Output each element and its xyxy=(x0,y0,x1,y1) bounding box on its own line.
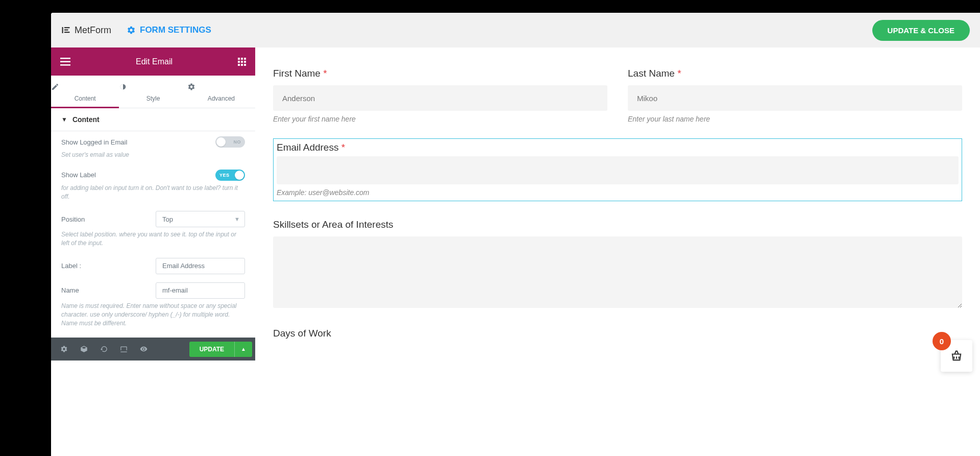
panel-section: ▼ Content xyxy=(51,108,255,131)
advanced-gear-icon xyxy=(187,83,255,91)
svg-rect-14 xyxy=(241,64,243,66)
sidebar-header: Edit Email xyxy=(51,47,255,76)
days-field[interactable]: Days of Work xyxy=(273,328,962,339)
tab-content[interactable]: Content xyxy=(51,76,119,108)
control-label: Position xyxy=(61,215,85,223)
svg-rect-12 xyxy=(244,61,246,63)
field-label: Days of Work xyxy=(273,328,962,339)
svg-rect-1 xyxy=(64,27,70,28)
svg-rect-10 xyxy=(238,61,240,63)
caret-down-icon: ▼ xyxy=(61,116,67,123)
last-name-input[interactable] xyxy=(628,85,962,111)
update-caret-button[interactable]: ▲ xyxy=(234,342,252,357)
section-header-label: Content xyxy=(72,115,100,124)
email-input[interactable] xyxy=(277,156,959,184)
update-button-group: UPDATE ▲ xyxy=(189,342,252,357)
brand-text: MetForm xyxy=(75,25,111,36)
control-name-field: Name xyxy=(61,277,245,302)
select-wrap: Top ▼ xyxy=(156,211,245,227)
email-field-selected[interactable]: Email Address * Example: user@website.co… xyxy=(273,138,962,201)
svg-rect-2 xyxy=(64,30,68,31)
svg-rect-0 xyxy=(62,27,63,33)
control-label: Name xyxy=(61,286,79,294)
form-settings-label: FORM SETTINGS xyxy=(140,25,211,35)
navigator-icon[interactable] xyxy=(74,345,94,353)
brand: MetForm xyxy=(61,25,111,36)
svg-rect-7 xyxy=(238,58,240,60)
history-icon[interactable] xyxy=(94,345,114,353)
control-label-field: Label : xyxy=(61,253,245,277)
toggle-text: NO xyxy=(234,139,241,145)
canvas-row-names: First Name * Enter your first name here … xyxy=(273,68,962,123)
toggle-show-label[interactable]: YES xyxy=(215,170,245,181)
metform-logo-icon xyxy=(61,26,70,35)
field-help: Example: user@website.com xyxy=(277,188,959,197)
field-label: Email Address * xyxy=(277,142,959,153)
first-name-field[interactable]: First Name * Enter your first name here xyxy=(273,68,607,123)
skillsets-textarea[interactable] xyxy=(273,236,962,308)
toggle-show-logged-email[interactable]: NO xyxy=(215,136,245,148)
settings-icon[interactable] xyxy=(54,345,74,353)
sidebar: Edit Email Content Style xyxy=(51,47,255,456)
field-label: Skillsets or Area of Interests xyxy=(273,219,962,230)
last-name-field[interactable]: Last Name * Enter your last name here xyxy=(628,68,962,123)
svg-rect-4 xyxy=(60,58,70,59)
topbar: MetForm FORM SETTINGS UPDATE & CLOSE xyxy=(51,13,980,47)
svg-rect-5 xyxy=(60,61,70,62)
tab-advanced-label: Advanced xyxy=(208,95,235,102)
toggle-text: YES xyxy=(219,173,230,178)
svg-rect-15 xyxy=(244,64,246,66)
svg-rect-13 xyxy=(238,64,240,66)
tab-advanced[interactable]: Advanced xyxy=(187,76,255,108)
cart-badge: 0 xyxy=(933,332,951,350)
section-header-content[interactable]: ▼ Content xyxy=(51,108,255,131)
field-label: Last Name * xyxy=(628,68,962,79)
update-button[interactable]: UPDATE xyxy=(189,342,234,357)
control-label: Show Logged in Email xyxy=(61,138,127,146)
field-help: Enter your last name here xyxy=(628,115,962,123)
control-show-logged-email: Show Logged in Email NO xyxy=(61,131,245,151)
field-help: Enter your first name here xyxy=(273,115,607,123)
tab-style-label: Style xyxy=(146,95,160,102)
control-help: Select label position. where you want to… xyxy=(61,230,245,253)
skillsets-field[interactable]: Skillsets or Area of Interests xyxy=(273,219,962,310)
widgets-grid-icon[interactable] xyxy=(238,58,246,66)
input-name[interactable] xyxy=(156,282,245,299)
toggle-knob xyxy=(235,171,244,180)
required-asterisk: * xyxy=(323,68,327,79)
bottom-bar: UPDATE ▲ xyxy=(51,338,255,361)
preview-icon[interactable] xyxy=(134,345,154,353)
sidebar-tabs: Content Style Advanced xyxy=(51,76,255,108)
svg-rect-11 xyxy=(241,61,243,63)
select-position[interactable]: Top xyxy=(156,211,245,227)
toggle-knob xyxy=(216,137,226,147)
tab-content-label: Content xyxy=(75,95,96,102)
form-settings-link[interactable]: FORM SETTINGS xyxy=(127,25,211,35)
svg-rect-6 xyxy=(60,64,70,66)
field-label: First Name * xyxy=(273,68,607,79)
tab-style[interactable]: Style xyxy=(119,76,187,108)
required-asterisk: * xyxy=(677,68,681,79)
responsive-icon[interactable] xyxy=(114,345,134,353)
hamburger-icon[interactable] xyxy=(60,58,70,66)
svg-rect-3 xyxy=(64,32,70,33)
control-label: Show Label xyxy=(61,171,96,179)
control-help: Name is must required. Enter name withou… xyxy=(61,302,245,332)
input-label[interactable] xyxy=(156,258,245,274)
update-close-button[interactable]: UPDATE & CLOSE xyxy=(872,20,970,41)
first-name-input[interactable] xyxy=(273,85,607,111)
canvas: First Name * Enter your first name here … xyxy=(255,47,980,456)
control-help: Set user's email as value xyxy=(61,151,245,164)
editor-body: Edit Email Content Style xyxy=(51,47,980,456)
style-icon xyxy=(119,83,187,91)
control-help: for adding label on input turn it on. Do… xyxy=(61,184,245,206)
basket-icon xyxy=(949,349,964,363)
svg-rect-8 xyxy=(241,58,243,60)
sidebar-title: Edit Email xyxy=(136,57,173,66)
required-asterisk: * xyxy=(341,142,345,153)
svg-rect-9 xyxy=(244,58,246,60)
control-label: Label : xyxy=(61,262,81,270)
cart-widget[interactable]: 0 xyxy=(941,340,972,372)
control-show-label: Show Label YES xyxy=(61,164,245,184)
panel-controls: Show Logged in Email NO Set user's email… xyxy=(51,131,255,338)
